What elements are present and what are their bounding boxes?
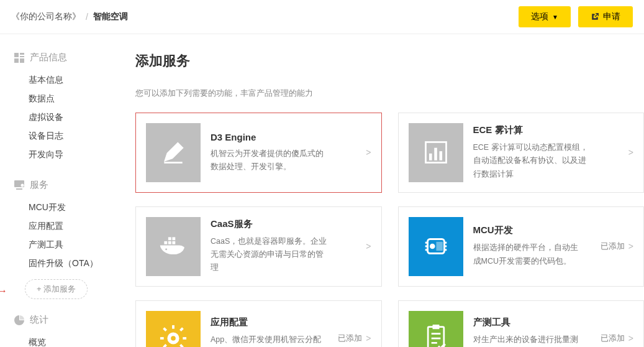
card-app-config[interactable]: 应用配置 App、微信开发使用机智云分配的用户系统。 已添加 > bbox=[135, 300, 382, 348]
svg-rect-6 bbox=[16, 188, 22, 190]
svg-rect-13 bbox=[168, 241, 171, 244]
sidebar-group-title: 服务 bbox=[14, 179, 112, 191]
svg-rect-21 bbox=[172, 325, 175, 328]
sidebar-group-service: 服务 MCU开发 应用配置 产测工具 固件升级（OTA） → + 添加服务 bbox=[14, 179, 112, 299]
svg-rect-28 bbox=[163, 344, 167, 347]
add-service-button[interactable]: + 添加服务 bbox=[25, 279, 88, 299]
svg-rect-27 bbox=[179, 327, 184, 331]
svg-rect-14 bbox=[172, 241, 175, 244]
barchart-icon bbox=[409, 123, 463, 182]
card-caas[interactable]: CaaS服务 CaaS，也就是容器即服务。企业无需关心资源的申请与日常的管理 > bbox=[135, 206, 382, 287]
card-title: 应用配置 bbox=[211, 317, 322, 328]
layout: 产品信息 基本信息 数据点 虚拟设备 设备日志 开发向导 服务 MCU开发 应用… bbox=[0, 34, 644, 347]
pie-icon bbox=[14, 315, 25, 326]
options-button-label: 选项 bbox=[531, 11, 548, 22]
sidebar-list-service: MCU开发 应用配置 产测工具 固件升级（OTA） bbox=[14, 198, 112, 273]
sidebar-item-devicelog[interactable]: 设备日志 bbox=[29, 127, 112, 146]
card-title: ECE 雾计算 bbox=[473, 124, 612, 136]
card-action[interactable]: > bbox=[619, 113, 643, 192]
card-desc: 机智云为开发者提供的傻瓜式的数据处理、开发引擎。 bbox=[211, 147, 329, 174]
apply-button[interactable]: 申请 bbox=[578, 6, 633, 27]
sidebar-group-product: 产品信息 基本信息 数据点 虚拟设备 设备日志 开发向导 bbox=[14, 52, 112, 164]
card-ece-fog[interactable]: ECE 雾计算 ECE 雾计算可以动态配置模组，自动适配设备私有协议、以及进行数… bbox=[398, 113, 645, 193]
sidebar-item-virtual[interactable]: 虚拟设备 bbox=[29, 108, 112, 127]
breadcrumb-company[interactable]: 《你的公司名称》 bbox=[11, 11, 81, 22]
sidebar-group-title: 统计 bbox=[14, 314, 112, 326]
sidebar-group-label: 产品信息 bbox=[30, 52, 67, 63]
card-test-tool[interactable]: 产测工具 对生产出来的设备进行批量测试且可以设置测试的功能点。 已添加 > bbox=[398, 300, 645, 348]
svg-rect-20 bbox=[437, 243, 442, 250]
breadcrumb-separator: / bbox=[86, 12, 88, 22]
card-title: CaaS服务 bbox=[211, 218, 350, 230]
sidebar-group-stats: 统计 概览 新增上线 bbox=[14, 314, 112, 347]
clipboard-check-icon bbox=[409, 311, 463, 348]
card-action[interactable]: 已添加 > bbox=[591, 207, 643, 286]
svg-rect-23 bbox=[160, 337, 164, 340]
arrow-annotation-icon: → bbox=[0, 285, 7, 297]
card-title: 产测工具 bbox=[473, 317, 584, 328]
card-desc: CaaS，也就是容器即服务。企业无需关心资源的申请与日常的管理 bbox=[211, 235, 329, 275]
topbar-buttons: 选项 ▼ 申请 bbox=[519, 6, 633, 27]
sidebar-item-datapoints[interactable]: 数据点 bbox=[29, 90, 112, 108]
svg-rect-30 bbox=[432, 325, 439, 329]
chevron-right-icon: > bbox=[366, 147, 371, 157]
card-mcu[interactable]: MCU开发 根据选择的硬件平台，自动生成MCU开发需要的代码包。 已添加 > bbox=[398, 206, 645, 287]
chevron-down-icon: ▼ bbox=[552, 14, 558, 21]
sidebar-item-appconfig[interactable]: 应用配置 bbox=[29, 217, 112, 236]
card-action[interactable]: 已添加 > bbox=[328, 301, 381, 348]
breadcrumb-current: 智能空调 bbox=[93, 11, 128, 22]
card-action[interactable]: 已添加 > bbox=[591, 301, 643, 348]
breadcrumb: 《你的公司名称》 / 智能空调 bbox=[11, 11, 128, 22]
card-body: MCU开发 根据选择的硬件平台，自动生成MCU开发需要的代码包。 bbox=[473, 207, 591, 286]
sidebar-item-overview[interactable]: 概览 bbox=[29, 333, 112, 347]
card-action[interactable]: > bbox=[356, 207, 381, 286]
sidebar-item-testtool[interactable]: 产测工具 bbox=[29, 236, 112, 254]
card-body: D3 Engine 机智云为开发者提供的傻瓜式的数据处理、开发引擎。 bbox=[211, 113, 356, 192]
chevron-right-icon: > bbox=[628, 147, 633, 157]
svg-point-19 bbox=[430, 244, 434, 248]
sidebar-group-label: 服务 bbox=[30, 179, 48, 191]
chevron-right-icon: > bbox=[628, 241, 633, 251]
card-body: 产测工具 对生产出来的设备进行批量测试且可以设置测试的功能点。 bbox=[473, 301, 591, 348]
sidebar-group-title: 产品信息 bbox=[14, 52, 112, 63]
service-icon bbox=[14, 180, 25, 191]
sidebar-item-ota[interactable]: 固件升级（OTA） bbox=[29, 254, 112, 273]
apply-button-label: 申请 bbox=[603, 11, 620, 22]
topbar: 《你的公司名称》 / 智能空调 选项 ▼ 申请 bbox=[0, 0, 644, 34]
card-desc: 对生产出来的设备进行批量测试且可以设置测试的功能点。 bbox=[473, 333, 584, 347]
sidebar-item-mcu[interactable]: MCU开发 bbox=[29, 198, 112, 217]
sidebar-list-stats: 概览 新增上线 bbox=[14, 333, 112, 347]
svg-rect-4 bbox=[20, 58, 24, 63]
card-body: 应用配置 App、微信开发使用机智云分配的用户系统。 bbox=[211, 301, 328, 348]
card-desc: 根据选择的硬件平台，自动生成MCU开发需要的代码包。 bbox=[473, 241, 584, 268]
pencil-icon bbox=[146, 123, 201, 182]
cards-grid: D3 Engine 机智云为开发者提供的傻瓜式的数据处理、开发引擎。 > ECE… bbox=[135, 113, 644, 347]
sidebar-item-basicinfo[interactable]: 基本信息 bbox=[29, 71, 112, 90]
sidebar-list-product: 基本信息 数据点 虚拟设备 设备日志 开发向导 bbox=[14, 71, 112, 164]
svg-rect-10 bbox=[434, 148, 437, 160]
main-content: 添加服务 您可以添加下列需要的功能，丰富产品管理的能力 D3 Engine 机智… bbox=[118, 34, 644, 347]
sidebar: 产品信息 基本信息 数据点 虚拟设备 设备日志 开发向导 服务 MCU开发 应用… bbox=[0, 34, 118, 347]
card-added-label: 已添加 bbox=[338, 333, 362, 344]
svg-point-7 bbox=[21, 183, 24, 187]
sidebar-item-devguide[interactable]: 开发向导 bbox=[29, 146, 112, 164]
card-body: CaaS服务 CaaS，也就是容器即服务。企业无需关心资源的申请与日常的管理 bbox=[211, 207, 356, 286]
svg-rect-0 bbox=[14, 53, 19, 57]
sidebar-group-label: 统计 bbox=[30, 314, 48, 326]
external-link-icon bbox=[591, 12, 599, 21]
svg-rect-1 bbox=[20, 53, 24, 55]
card-title: D3 Engine bbox=[211, 132, 350, 142]
svg-rect-24 bbox=[183, 337, 186, 340]
svg-rect-9 bbox=[429, 154, 432, 160]
card-d3-engine[interactable]: D3 Engine 机智云为开发者提供的傻瓜式的数据处理、开发引擎。 > bbox=[135, 113, 382, 193]
card-title: MCU开发 bbox=[473, 224, 584, 236]
card-added-label: 已添加 bbox=[601, 241, 625, 252]
card-action[interactable]: > bbox=[356, 113, 381, 192]
card-desc: ECE 雾计算可以动态配置模组，自动适配设备私有协议、以及进行数据计算 bbox=[473, 141, 591, 181]
grid-icon bbox=[14, 52, 25, 63]
options-button[interactable]: 选项 ▼ bbox=[519, 6, 571, 27]
page-subtitle: 您可以添加下列需要的功能，丰富产品管理的能力 bbox=[135, 88, 644, 99]
svg-rect-26 bbox=[179, 344, 184, 347]
svg-rect-15 bbox=[168, 238, 171, 241]
card-added-label: 已添加 bbox=[601, 333, 625, 344]
